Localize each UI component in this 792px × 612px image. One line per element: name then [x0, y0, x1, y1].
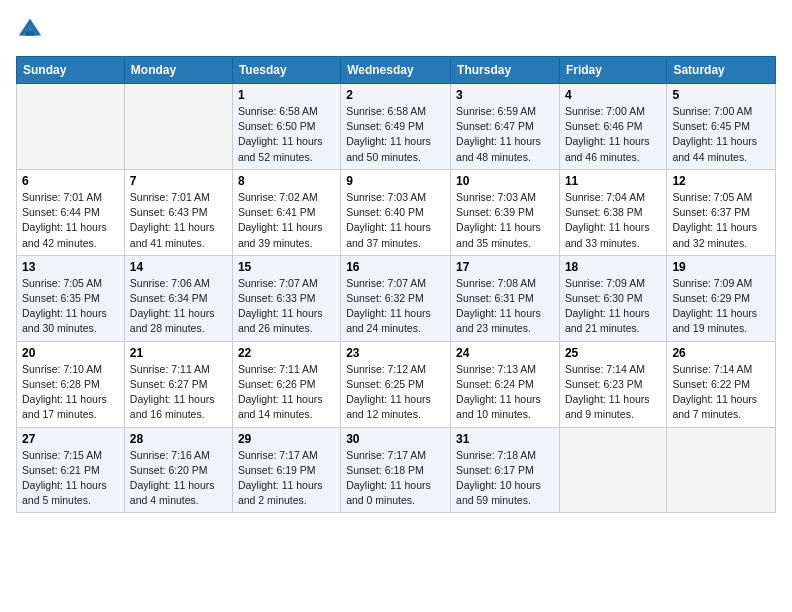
calendar-cell: 19Sunrise: 7:09 AM Sunset: 6:29 PM Dayli… [667, 255, 776, 341]
day-info: Sunrise: 7:12 AM Sunset: 6:25 PM Dayligh… [346, 362, 445, 423]
week-row-5: 27Sunrise: 7:15 AM Sunset: 6:21 PM Dayli… [17, 427, 776, 513]
day-number: 1 [238, 88, 335, 102]
calendar-cell: 7Sunrise: 7:01 AM Sunset: 6:43 PM Daylig… [124, 169, 232, 255]
header-sunday: Sunday [17, 57, 125, 84]
days-header-row: SundayMondayTuesdayWednesdayThursdayFrid… [17, 57, 776, 84]
day-info: Sunrise: 7:14 AM Sunset: 6:22 PM Dayligh… [672, 362, 770, 423]
day-number: 15 [238, 260, 335, 274]
day-number: 23 [346, 346, 445, 360]
day-number: 3 [456, 88, 554, 102]
day-info: Sunrise: 7:00 AM Sunset: 6:46 PM Dayligh… [565, 104, 661, 165]
calendar-cell: 3Sunrise: 6:59 AM Sunset: 6:47 PM Daylig… [451, 84, 560, 170]
day-info: Sunrise: 7:07 AM Sunset: 6:32 PM Dayligh… [346, 276, 445, 337]
calendar-cell [667, 427, 776, 513]
header-saturday: Saturday [667, 57, 776, 84]
day-number: 16 [346, 260, 445, 274]
calendar-cell: 17Sunrise: 7:08 AM Sunset: 6:31 PM Dayli… [451, 255, 560, 341]
day-number: 22 [238, 346, 335, 360]
header-friday: Friday [559, 57, 666, 84]
day-info: Sunrise: 7:16 AM Sunset: 6:20 PM Dayligh… [130, 448, 227, 509]
day-number: 29 [238, 432, 335, 446]
calendar-table: SundayMondayTuesdayWednesdayThursdayFrid… [16, 56, 776, 513]
calendar-cell: 22Sunrise: 7:11 AM Sunset: 6:26 PM Dayli… [232, 341, 340, 427]
calendar-cell: 5Sunrise: 7:00 AM Sunset: 6:45 PM Daylig… [667, 84, 776, 170]
calendar-cell: 30Sunrise: 7:17 AM Sunset: 6:18 PM Dayli… [341, 427, 451, 513]
day-info: Sunrise: 6:58 AM Sunset: 6:50 PM Dayligh… [238, 104, 335, 165]
calendar-cell: 9Sunrise: 7:03 AM Sunset: 6:40 PM Daylig… [341, 169, 451, 255]
calendar-cell: 29Sunrise: 7:17 AM Sunset: 6:19 PM Dayli… [232, 427, 340, 513]
calendar-cell: 2Sunrise: 6:58 AM Sunset: 6:49 PM Daylig… [341, 84, 451, 170]
calendar-cell: 12Sunrise: 7:05 AM Sunset: 6:37 PM Dayli… [667, 169, 776, 255]
day-number: 19 [672, 260, 770, 274]
day-number: 8 [238, 174, 335, 188]
day-info: Sunrise: 7:11 AM Sunset: 6:26 PM Dayligh… [238, 362, 335, 423]
day-number: 7 [130, 174, 227, 188]
calendar-cell: 10Sunrise: 7:03 AM Sunset: 6:39 PM Dayli… [451, 169, 560, 255]
calendar-cell: 27Sunrise: 7:15 AM Sunset: 6:21 PM Dayli… [17, 427, 125, 513]
day-info: Sunrise: 6:58 AM Sunset: 6:49 PM Dayligh… [346, 104, 445, 165]
day-number: 26 [672, 346, 770, 360]
day-info: Sunrise: 7:10 AM Sunset: 6:28 PM Dayligh… [22, 362, 119, 423]
day-number: 9 [346, 174, 445, 188]
day-info: Sunrise: 7:09 AM Sunset: 6:30 PM Dayligh… [565, 276, 661, 337]
header-tuesday: Tuesday [232, 57, 340, 84]
calendar-cell: 13Sunrise: 7:05 AM Sunset: 6:35 PM Dayli… [17, 255, 125, 341]
day-number: 10 [456, 174, 554, 188]
day-info: Sunrise: 7:08 AM Sunset: 6:31 PM Dayligh… [456, 276, 554, 337]
week-row-2: 6Sunrise: 7:01 AM Sunset: 6:44 PM Daylig… [17, 169, 776, 255]
day-info: Sunrise: 7:01 AM Sunset: 6:44 PM Dayligh… [22, 190, 119, 251]
logo [16, 16, 48, 44]
calendar-cell [124, 84, 232, 170]
day-number: 25 [565, 346, 661, 360]
calendar-cell: 14Sunrise: 7:06 AM Sunset: 6:34 PM Dayli… [124, 255, 232, 341]
day-info: Sunrise: 7:15 AM Sunset: 6:21 PM Dayligh… [22, 448, 119, 509]
day-number: 11 [565, 174, 661, 188]
calendar-cell: 11Sunrise: 7:04 AM Sunset: 6:38 PM Dayli… [559, 169, 666, 255]
week-row-3: 13Sunrise: 7:05 AM Sunset: 6:35 PM Dayli… [17, 255, 776, 341]
day-number: 24 [456, 346, 554, 360]
day-number: 12 [672, 174, 770, 188]
day-info: Sunrise: 7:17 AM Sunset: 6:18 PM Dayligh… [346, 448, 445, 509]
day-number: 28 [130, 432, 227, 446]
day-number: 2 [346, 88, 445, 102]
calendar-cell: 25Sunrise: 7:14 AM Sunset: 6:23 PM Dayli… [559, 341, 666, 427]
day-number: 18 [565, 260, 661, 274]
calendar-cell: 23Sunrise: 7:12 AM Sunset: 6:25 PM Dayli… [341, 341, 451, 427]
day-number: 17 [456, 260, 554, 274]
day-number: 30 [346, 432, 445, 446]
day-info: Sunrise: 7:13 AM Sunset: 6:24 PM Dayligh… [456, 362, 554, 423]
calendar-cell: 31Sunrise: 7:18 AM Sunset: 6:17 PM Dayli… [451, 427, 560, 513]
calendar-cell: 1Sunrise: 6:58 AM Sunset: 6:50 PM Daylig… [232, 84, 340, 170]
calendar-cell: 20Sunrise: 7:10 AM Sunset: 6:28 PM Dayli… [17, 341, 125, 427]
day-number: 20 [22, 346, 119, 360]
day-info: Sunrise: 7:17 AM Sunset: 6:19 PM Dayligh… [238, 448, 335, 509]
calendar-cell: 18Sunrise: 7:09 AM Sunset: 6:30 PM Dayli… [559, 255, 666, 341]
svg-rect-2 [26, 31, 34, 35]
calendar-cell: 16Sunrise: 7:07 AM Sunset: 6:32 PM Dayli… [341, 255, 451, 341]
day-info: Sunrise: 7:01 AM Sunset: 6:43 PM Dayligh… [130, 190, 227, 251]
calendar-cell: 4Sunrise: 7:00 AM Sunset: 6:46 PM Daylig… [559, 84, 666, 170]
logo-icon [16, 16, 44, 44]
day-info: Sunrise: 7:11 AM Sunset: 6:27 PM Dayligh… [130, 362, 227, 423]
day-info: Sunrise: 7:06 AM Sunset: 6:34 PM Dayligh… [130, 276, 227, 337]
day-number: 31 [456, 432, 554, 446]
day-number: 21 [130, 346, 227, 360]
header-monday: Monday [124, 57, 232, 84]
day-info: Sunrise: 7:05 AM Sunset: 6:35 PM Dayligh… [22, 276, 119, 337]
day-info: Sunrise: 7:14 AM Sunset: 6:23 PM Dayligh… [565, 362, 661, 423]
calendar-cell: 24Sunrise: 7:13 AM Sunset: 6:24 PM Dayli… [451, 341, 560, 427]
day-number: 13 [22, 260, 119, 274]
calendar-cell: 6Sunrise: 7:01 AM Sunset: 6:44 PM Daylig… [17, 169, 125, 255]
calendar-cell: 26Sunrise: 7:14 AM Sunset: 6:22 PM Dayli… [667, 341, 776, 427]
day-info: Sunrise: 7:03 AM Sunset: 6:39 PM Dayligh… [456, 190, 554, 251]
day-number: 5 [672, 88, 770, 102]
day-number: 14 [130, 260, 227, 274]
day-info: Sunrise: 7:07 AM Sunset: 6:33 PM Dayligh… [238, 276, 335, 337]
calendar-cell: 15Sunrise: 7:07 AM Sunset: 6:33 PM Dayli… [232, 255, 340, 341]
day-info: Sunrise: 7:18 AM Sunset: 6:17 PM Dayligh… [456, 448, 554, 509]
header-wednesday: Wednesday [341, 57, 451, 84]
week-row-4: 20Sunrise: 7:10 AM Sunset: 6:28 PM Dayli… [17, 341, 776, 427]
day-info: Sunrise: 7:02 AM Sunset: 6:41 PM Dayligh… [238, 190, 335, 251]
calendar-cell: 8Sunrise: 7:02 AM Sunset: 6:41 PM Daylig… [232, 169, 340, 255]
page-header [16, 16, 776, 44]
